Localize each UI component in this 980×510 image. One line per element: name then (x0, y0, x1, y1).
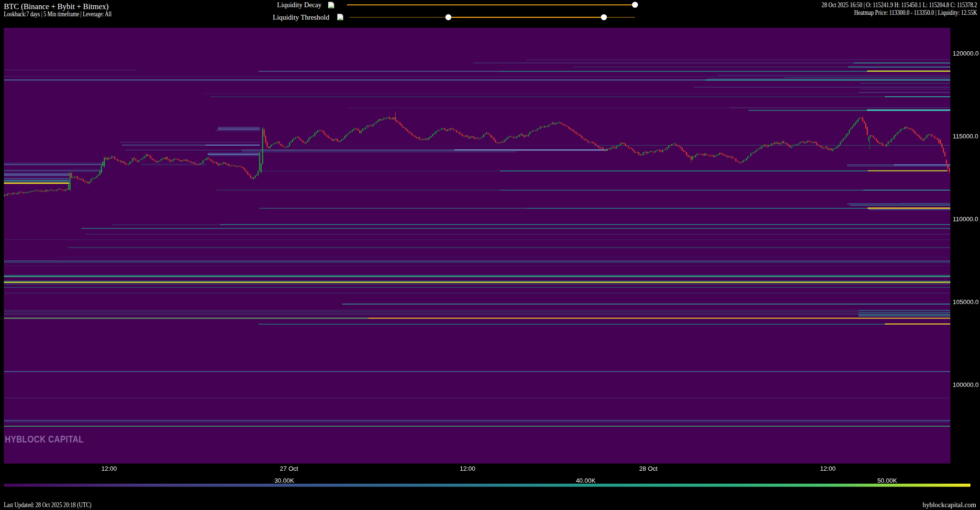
svg-text:40.00K: 40.00K (576, 477, 596, 484)
svg-text:12:00: 12:00 (460, 465, 476, 472)
svg-text:Last Updated: 28 Oct 2025 20:1: Last Updated: 28 Oct 2025 20:18 (UTC) (4, 501, 91, 509)
svg-text:110000.0: 110000.0 (953, 215, 978, 223)
svg-text:Heatmap Price: 113300.0 - 1133: Heatmap Price: 113300.0 - 113350.0 | Liq… (854, 9, 977, 16)
svg-text:30.00K: 30.00K (274, 477, 294, 484)
svg-text:100000.0: 100000.0 (953, 381, 979, 388)
svg-text:12:00: 12:00 (101, 465, 117, 472)
svg-text:28 Oct 2025 16:50 | O: 115241.: 28 Oct 2025 16:50 | O: 115241.9 H: 11545… (822, 1, 977, 9)
svg-text:Liquidity Threshold: Liquidity Threshold (273, 13, 329, 21)
svg-text:27 Oct: 27 Oct (280, 465, 299, 472)
svg-text:Liquidity Decay: Liquidity Decay (277, 1, 322, 9)
svg-text:50.00K: 50.00K (877, 477, 897, 484)
svg-text:hyblockcapital.com: hyblockcapital.com (923, 501, 977, 509)
svg-text:HYBLOCK CAPITAL: HYBLOCK CAPITAL (5, 434, 84, 444)
svg-text:28 Oct: 28 Oct (639, 465, 658, 472)
svg-text:120000.0: 120000.0 (953, 50, 979, 57)
svg-text:12:00: 12:00 (820, 465, 836, 472)
svg-text:115000.0: 115000.0 (953, 133, 978, 140)
svg-text:105000.0: 105000.0 (953, 298, 979, 306)
svg-text:Lookback:7 days | 5 Min timefr: Lookback:7 days | 5 Min timeframe | Leve… (4, 10, 111, 18)
